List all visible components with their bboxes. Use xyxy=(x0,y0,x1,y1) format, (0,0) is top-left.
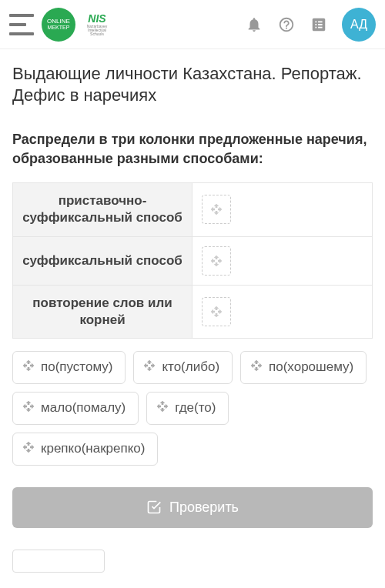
drop-zone[interactable] xyxy=(192,183,372,236)
drop-zone[interactable] xyxy=(192,286,372,338)
row-label: повторение слов или корней xyxy=(13,286,192,338)
chip-bank: по(пустому) кто(либо) по(хорошему) мало(… xyxy=(12,351,373,466)
move-icon xyxy=(156,400,169,416)
categorize-table: приставочно-суффиксальный способ суффикс… xyxy=(12,182,373,338)
move-icon xyxy=(22,359,35,376)
check-button[interactable]: Проверить xyxy=(12,487,373,528)
table-row: повторение слов или корней xyxy=(13,286,372,338)
row-label: приставочно-суффиксальный способ xyxy=(13,183,192,236)
content: Выдающие личности Казахстана. Репортаж. … xyxy=(0,49,385,573)
logo-om-line1: ONLINE xyxy=(47,18,70,25)
avatar-initials: АД xyxy=(350,18,367,32)
chip-label: крепко(накрепко) xyxy=(41,441,145,456)
move-icon xyxy=(210,255,223,267)
chip[interactable]: где(то) xyxy=(146,392,229,425)
chip-label: где(то) xyxy=(175,400,216,416)
header-right: АД xyxy=(245,8,376,42)
help-icon[interactable] xyxy=(277,15,296,34)
chip[interactable]: кто(либо) xyxy=(133,351,233,384)
logo-nis-sub: Nazarbayev Intellectual Schools xyxy=(83,25,111,36)
check-icon xyxy=(146,499,162,515)
instruction: Распредели в три колонки предложенные на… xyxy=(12,130,373,169)
avatar[interactable]: АД xyxy=(342,8,376,42)
chip-label: мало(помалу) xyxy=(41,400,126,416)
bell-icon[interactable] xyxy=(245,15,263,34)
drop-zone[interactable] xyxy=(192,237,372,285)
chip[interactable]: крепко(накрепко) xyxy=(12,433,158,466)
drop-target[interactable] xyxy=(202,297,231,326)
list-icon[interactable] xyxy=(310,15,328,34)
move-icon xyxy=(143,359,156,376)
partial-element xyxy=(12,550,105,573)
menu-icon[interactable] xyxy=(9,14,34,35)
chip[interactable]: по(хорошему) xyxy=(240,351,367,384)
move-icon xyxy=(210,306,223,318)
move-icon xyxy=(250,359,263,376)
chip-label: по(хорошему) xyxy=(269,359,353,375)
page-title: Выдающие личности Казахстана. Репортаж. … xyxy=(12,63,373,105)
logo-om-line2: MEKTEP xyxy=(48,25,70,30)
drop-target[interactable] xyxy=(202,195,231,224)
logo-online-mektep[interactable]: ONLINE MEKTEP xyxy=(42,8,75,42)
check-label: Проверить xyxy=(169,499,239,516)
chip-label: кто(либо) xyxy=(162,359,219,375)
chip[interactable]: по(пустому) xyxy=(12,351,126,384)
move-icon xyxy=(22,400,35,416)
row-label: суффиксальный способ xyxy=(13,237,192,285)
logo-nis-text: NIS xyxy=(88,12,105,25)
chip[interactable]: мало(помалу) xyxy=(12,392,139,425)
move-icon xyxy=(210,203,223,215)
move-icon xyxy=(22,441,35,457)
app-header: ONLINE MEKTEP NIS Nazarbayev Intellectua… xyxy=(0,0,385,49)
table-row: суффиксальный способ xyxy=(13,237,372,286)
table-row: приставочно-суффиксальный способ xyxy=(13,183,372,236)
drop-target[interactable] xyxy=(202,246,231,276)
header-left: ONLINE MEKTEP NIS Nazarbayev Intellectua… xyxy=(9,8,111,42)
chip-label: по(пустому) xyxy=(41,359,112,375)
logo-nis[interactable]: NIS Nazarbayev Intellectual Schools xyxy=(83,11,111,38)
